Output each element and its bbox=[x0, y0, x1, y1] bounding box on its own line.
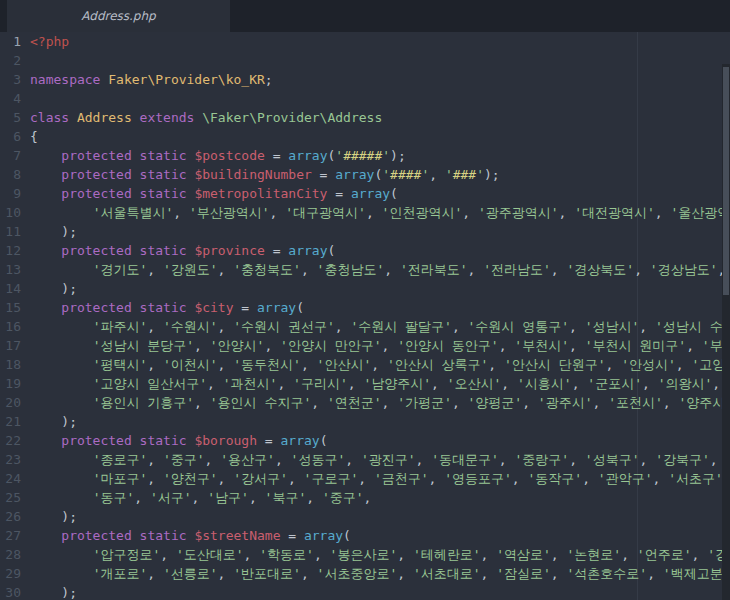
code-line[interactable]: 30 ); bbox=[0, 583, 730, 600]
line-number: 6 bbox=[0, 127, 21, 146]
code-line[interactable]: 12 protected static $province = array( bbox=[0, 241, 730, 260]
line-number: 18 bbox=[0, 355, 21, 374]
code-line[interactable]: 11 ); bbox=[0, 222, 730, 241]
code-line[interactable]: 26 ); bbox=[0, 507, 730, 526]
code-line[interactable]: 18 '평택시', '이천시', '동두천시', '안산시', '안산시 상록구… bbox=[0, 355, 730, 374]
line-number: 10 bbox=[0, 203, 21, 222]
code-line[interactable]: 22 protected static $borough = array( bbox=[0, 431, 730, 450]
line-number: 25 bbox=[0, 488, 21, 507]
tab-label: Address.php bbox=[81, 9, 155, 23]
code-line[interactable]: 29 '개포로', '선릉로', '반포대로', '서초중앙로', '서초대로'… bbox=[0, 564, 730, 583]
code-line[interactable]: 20 '용인시 기흥구', '용인시 수지구', '연천군', '가평군', '… bbox=[0, 393, 730, 412]
line-number: 3 bbox=[0, 70, 21, 89]
code-line[interactable]: 21 ); bbox=[0, 412, 730, 431]
code-line[interactable]: 15 protected static $city = array( bbox=[0, 298, 730, 317]
line-number: 23 bbox=[0, 450, 21, 469]
line-number: 17 bbox=[0, 336, 21, 355]
line-number: 13 bbox=[0, 260, 21, 279]
line-number: 2 bbox=[0, 51, 21, 70]
code-line[interactable]: 13 '경기도', '강원도', '충청북도', '충청남도', '전라북도',… bbox=[0, 260, 730, 279]
code-line[interactable]: 27 protected static $streetName = array( bbox=[0, 526, 730, 545]
code-line[interactable]: 19 '고양시 일산서구', '과천시', '구리시', '남양주시', '오산… bbox=[0, 374, 730, 393]
line-number: 11 bbox=[0, 222, 21, 241]
line-number: 4 bbox=[0, 89, 21, 108]
code-line[interactable]: 7 protected static $postcode = array('##… bbox=[0, 146, 730, 165]
code-line[interactable]: 6{ bbox=[0, 127, 730, 146]
code-line[interactable]: 16 '파주시', '수원시', '수원시 권선구', '수원시 팔달구', '… bbox=[0, 317, 730, 336]
code-line[interactable]: 25 '동구', '서구', '남구', '북구', '중구', bbox=[0, 488, 730, 507]
code-line[interactable]: 4 bbox=[0, 89, 730, 108]
line-number: 7 bbox=[0, 146, 21, 165]
line-number: 28 bbox=[0, 545, 21, 564]
line-number: 30 bbox=[0, 583, 21, 600]
code-line[interactable]: 17 '성남시 분당구', '안양시', '안양시 만안구', '안양시 동안구… bbox=[0, 336, 730, 355]
vertical-scrollbar[interactable] bbox=[722, 64, 730, 600]
code-editor-window: Address.php 1<?php23namespace Faker\Prov… bbox=[0, 0, 730, 600]
code-line[interactable]: 2 bbox=[0, 51, 730, 70]
code-line[interactable]: 1<?php bbox=[0, 32, 730, 51]
line-number: 27 bbox=[0, 526, 21, 545]
line-number: 15 bbox=[0, 298, 21, 317]
code-line[interactable]: 24 '마포구', '양천구', '강서구', '구로구', '금천구', '영… bbox=[0, 469, 730, 488]
line-number: 8 bbox=[0, 165, 21, 184]
code-line[interactable]: 28 '압구정로', '도산대로', '학동로', '봉은사로', '테헤란로'… bbox=[0, 545, 730, 564]
scrollbar-thumb[interactable] bbox=[723, 67, 729, 295]
line-number: 14 bbox=[0, 279, 21, 298]
code-line[interactable]: 14 ); bbox=[0, 279, 730, 298]
code-area[interactable]: 1<?php23namespace Faker\Provider\ko_KR;4… bbox=[0, 32, 730, 600]
code-line[interactable]: 10 '서울특별시', '부산광역시', '대구광역시', '인천광역시', '… bbox=[0, 203, 730, 222]
line-number: 12 bbox=[0, 241, 21, 260]
tab-address-php[interactable]: Address.php bbox=[7, 0, 230, 32]
tab-bar: Address.php bbox=[0, 0, 730, 32]
code-line[interactable]: 3namespace Faker\Provider\ko_KR; bbox=[0, 70, 730, 89]
line-number: 29 bbox=[0, 564, 21, 583]
line-number: 1 bbox=[0, 32, 21, 51]
code-line[interactable]: 8 protected static $buildingNumber = arr… bbox=[0, 165, 730, 184]
editor-pane[interactable]: 1<?php23namespace Faker\Provider\ko_KR;4… bbox=[0, 32, 730, 600]
line-number: 21 bbox=[0, 412, 21, 431]
code-line[interactable]: 9 protected static $metropolitanCity = a… bbox=[0, 184, 730, 203]
code-line[interactable]: 5class Address extends \Faker\Provider\A… bbox=[0, 108, 730, 127]
line-number: 26 bbox=[0, 507, 21, 526]
line-number: 16 bbox=[0, 317, 21, 336]
line-number: 19 bbox=[0, 374, 21, 393]
line-number: 20 bbox=[0, 393, 21, 412]
line-number: 5 bbox=[0, 108, 21, 127]
code-line[interactable]: 23 '종로구', '중구', '용산구', '성동구', '광진구', '동대… bbox=[0, 450, 730, 469]
line-number: 24 bbox=[0, 469, 21, 488]
line-number: 22 bbox=[0, 431, 21, 450]
line-number: 9 bbox=[0, 184, 21, 203]
